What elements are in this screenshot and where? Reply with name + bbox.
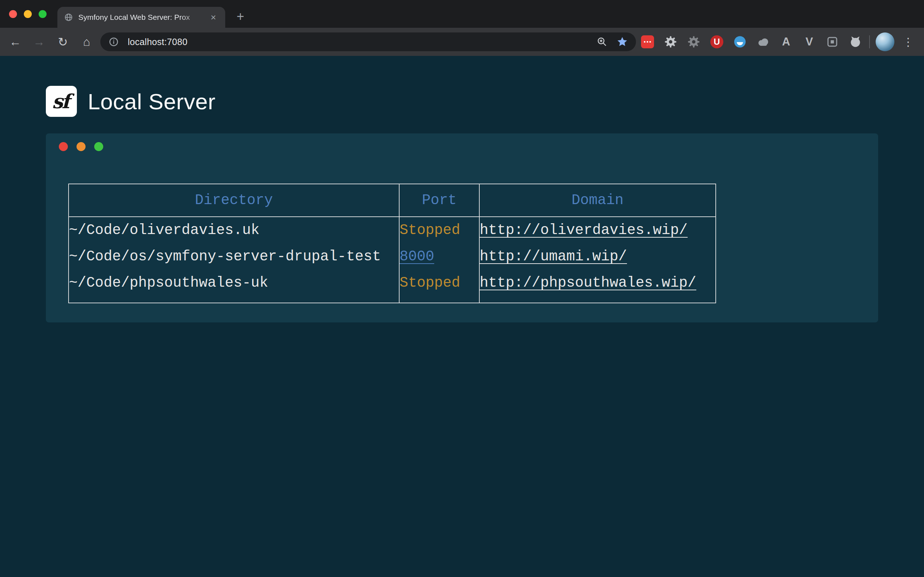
extensions-row: ··· [640, 34, 863, 50]
new-tab-button[interactable]: + [233, 9, 248, 24]
panel-dot-red [59, 142, 68, 151]
home-button[interactable]: ⌂ [76, 32, 97, 52]
globe-favicon-icon [64, 13, 73, 22]
profile-avatar[interactable] [876, 32, 894, 51]
directory-cell: ~/Code/os/symfony-server-drupal-test [69, 243, 399, 270]
domain-cell: http://phpsouthwales.wip/ [479, 270, 716, 303]
bookmark-star-icon[interactable] [617, 36, 628, 48]
table-row: ~/Code/oliverdavies.uk Stopped http://ol… [69, 217, 716, 243]
github-extension-icon[interactable] [848, 34, 863, 50]
tab-title: Symfony Local Web Server: Prox [78, 13, 203, 22]
minimize-window-button[interactable] [24, 10, 32, 18]
tab-close-icon[interactable]: × [208, 12, 219, 23]
panel-window-dots [59, 142, 878, 151]
page-content: sf Local Server Directory Port Domain ~/… [0, 56, 924, 577]
site-info-icon[interactable] [108, 36, 119, 47]
browser-menu-button[interactable]: ⋮ [898, 32, 918, 52]
server-panel: Directory Port Domain ~/Code/oliverdavie… [46, 134, 878, 322]
browser-tab[interactable]: Symfony Local Web Server: Prox × [57, 7, 225, 28]
panel-dot-green [94, 142, 103, 151]
column-header-port: Port [399, 184, 479, 217]
traffic-lights [0, 10, 57, 18]
address-bar[interactable]: localhost:7080 [100, 32, 636, 51]
table-row: ~/Code/os/symfony-server-drupal-test 800… [69, 243, 716, 270]
ublock-extension-icon[interactable]: U [709, 34, 725, 50]
port-status: Stopped [399, 275, 460, 291]
browser-toolbar: ← → ↻ ⌂ localhost:7080 [0, 28, 924, 56]
page-title: Local Server [88, 89, 215, 114]
port-cell: Stopped [399, 270, 479, 303]
forward-button[interactable]: → [29, 32, 49, 52]
domain-link[interactable]: http://phpsouthwales.wip/ [480, 275, 696, 291]
red-menu-extension-icon[interactable]: ··· [640, 34, 656, 50]
directory-cell: ~/Code/oliverdavies.uk [69, 217, 399, 243]
gear-dark-extension-icon[interactable] [686, 34, 702, 50]
column-header-domain: Domain [479, 184, 716, 217]
brand-header: sf Local Server [46, 86, 924, 117]
panel-dot-orange [76, 142, 86, 151]
cloud-extension-icon[interactable] [755, 34, 771, 50]
port-status: Stopped [399, 222, 460, 239]
letter-a-extension-icon[interactable]: A [778, 34, 794, 50]
port-link[interactable]: 8000 [399, 248, 434, 265]
tab-strip: Symfony Local Web Server: Prox × + [0, 0, 924, 28]
servers-table: Directory Port Domain ~/Code/oliverdavie… [68, 184, 716, 303]
gear-light-extension-icon[interactable] [663, 34, 678, 50]
zoom-indicator-icon[interactable] [596, 36, 608, 48]
reload-button[interactable]: ↻ [53, 32, 73, 52]
fullscreen-window-button[interactable] [39, 10, 47, 18]
symfony-logo: sf [46, 86, 77, 117]
url-text[interactable]: localhost:7080 [128, 37, 588, 47]
table-row: ~/Code/phpsouthwales-uk Stopped http://p… [69, 270, 716, 303]
back-button[interactable]: ← [5, 32, 25, 52]
blue-circle-extension-icon[interactable] [732, 34, 748, 50]
letter-v-extension-icon[interactable]: V [801, 34, 817, 50]
domain-link[interactable]: http://umami.wip/ [480, 248, 627, 265]
directory-cell: ~/Code/phpsouthwales-uk [69, 270, 399, 303]
browser-window: Symfony Local Web Server: Prox × + ← → ↻… [0, 0, 924, 56]
port-cell: Stopped [399, 217, 479, 243]
port-cell: 8000 [399, 243, 479, 270]
square-extension-icon[interactable] [824, 34, 840, 50]
table-header-row: Directory Port Domain [69, 184, 716, 217]
domain-cell: http://oliverdavies.wip/ [479, 217, 716, 243]
domain-cell: http://umami.wip/ [479, 243, 716, 270]
domain-link[interactable]: http://oliverdavies.wip/ [480, 222, 688, 239]
toolbar-divider [869, 35, 870, 48]
close-window-button[interactable] [9, 10, 17, 18]
column-header-directory: Directory [69, 184, 399, 217]
